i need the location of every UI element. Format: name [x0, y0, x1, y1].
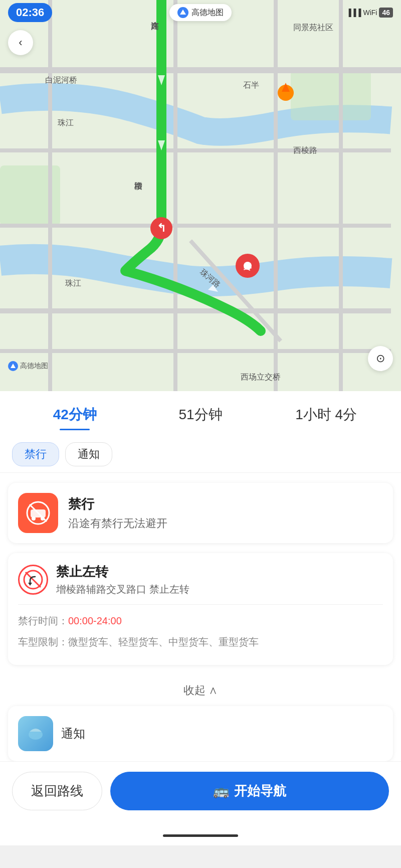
detail-header-text: 禁止左转 增棱路辅路交叉路口 禁止左转 — [56, 563, 189, 596]
wifi-icon: WiFi — [363, 9, 377, 17]
status-time: 02:36 — [8, 3, 52, 22]
battery-badge: 46 — [379, 8, 393, 18]
svg-text:↰: ↰ — [157, 222, 166, 234]
route-tabs: 42分钟 51分钟 1小时 4分 — [0, 391, 401, 432]
route-tab-3[interactable]: 1小时 4分 — [263, 401, 389, 428]
gaode-logo-small-icon — [8, 361, 18, 371]
map-label-xiling: 西棱路 — [293, 145, 317, 156]
svg-marker-25 — [11, 364, 16, 368]
svg-line-32 — [26, 572, 41, 587]
status-right: ▐▐▐ WiFi 46 — [346, 8, 393, 18]
location-icon: ⊙ — [376, 352, 385, 365]
map-view[interactable]: ↰ 终 白泥河桥 珠江 珠江 许广高速 增棱路 西棱路 同景苑社区 石半 珠河路… — [0, 0, 401, 391]
gaode-logo-bottom: 高德地图 — [8, 361, 48, 371]
map-label-xichang: 西场立交桥 — [241, 372, 281, 383]
notice-icon — [18, 716, 53, 751]
gaode-logo-text: 高德地图 — [191, 8, 224, 18]
bus-icon: 🚌 — [213, 783, 229, 799]
no-left-turn-icon — [18, 565, 48, 595]
svg-marker-24 — [180, 10, 186, 15]
bottom-panel: 42分钟 51分钟 1小时 4分 禁行 通知 — [0, 391, 401, 845]
back-to-route-button[interactable]: 返回路线 — [12, 772, 102, 810]
map-label-bainihequiao: 白泥河桥 — [45, 75, 77, 86]
vehicle-restriction-row: 车型限制：微型货车、轻型货车、中型货车、重型货车 — [18, 634, 383, 650]
home-indicator — [0, 825, 401, 845]
action-buttons: 返回路线 🚌 开始导航 — [0, 761, 401, 825]
notice-section: 通知 — [8, 706, 393, 761]
back-icon: ‹ — [19, 36, 22, 49]
svg-point-30 — [41, 516, 45, 520]
map-label-zhujiang-1: 珠江 — [58, 118, 74, 128]
detail-divider — [18, 604, 383, 605]
svg-marker-33 — [28, 583, 32, 586]
gaode-logo-bottom-text: 高德地图 — [20, 362, 48, 371]
svg-point-29 — [32, 516, 36, 520]
alert-icon-red — [18, 493, 58, 533]
collapse-button[interactable]: 收起 ∧ — [0, 675, 401, 706]
svg-rect-2 — [291, 70, 371, 120]
restriction-time-row: 禁行时间：00:00-24:00 — [18, 613, 383, 629]
signal-icon: ▐▐▐ — [346, 9, 361, 17]
status-icons: ▐▐▐ WiFi 46 — [346, 8, 393, 18]
filter-tab-tongzhi[interactable]: 通知 — [65, 442, 112, 466]
location-button[interactable]: ⊙ — [368, 346, 393, 371]
notice-text: 通知 — [61, 726, 85, 742]
map-label-zhujiang-2: 珠江 — [65, 278, 81, 289]
alert-card-jinhang: 禁行 沿途有禁行无法避开 — [8, 483, 393, 543]
route-tab-2[interactable]: 51分钟 — [138, 401, 264, 428]
gaode-logo-icon — [177, 7, 188, 18]
back-button[interactable]: ‹ — [8, 30, 33, 55]
route-tab-1[interactable]: 42分钟 — [12, 401, 138, 428]
start-navigation-button[interactable]: 🚌 开始导航 — [110, 772, 389, 810]
home-bar — [163, 834, 238, 837]
filter-tab-jinhang[interactable]: 禁行 — [12, 442, 59, 466]
svg-point-20 — [244, 262, 252, 270]
gaode-logo-top: 高德地图 — [169, 4, 232, 21]
detail-card-left-turn: 禁止左转 增棱路辅路交叉路口 禁止左转 禁行时间：00:00-24:00 车型限… — [8, 553, 393, 665]
map-label-shiban: 石半 — [243, 80, 259, 91]
svg-rect-28 — [31, 509, 46, 517]
detail-card-header: 禁止左转 增棱路辅路交叉路口 禁止左转 — [18, 563, 383, 596]
alert-text: 禁行 沿途有禁行无法避开 — [68, 495, 167, 531]
filter-tabs: 禁行 通知 — [0, 432, 401, 473]
